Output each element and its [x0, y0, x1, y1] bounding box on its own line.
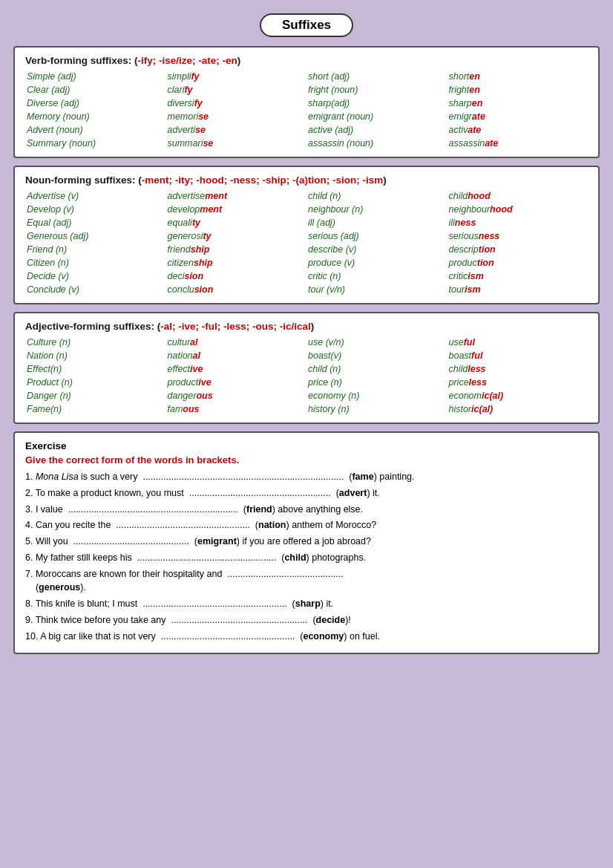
- list-item: Clear (adj): [25, 84, 166, 96]
- list-item: critic (n): [306, 270, 448, 282]
- list-item: advertisement: [166, 190, 307, 202]
- list-item: assassinate: [448, 137, 589, 149]
- exercise-instruction: Give the correct form of the words in br…: [25, 454, 588, 466]
- list-item: Nation (n): [25, 350, 166, 362]
- list-item: produce (v): [306, 257, 448, 269]
- list-item: simplify: [166, 71, 307, 82]
- list-item: boast(v): [306, 350, 448, 362]
- list-item: Danger (n): [25, 390, 166, 402]
- list-item: Culture (n): [25, 336, 166, 348]
- list-item: 8. This knife is blunt; I must .........…: [25, 597, 588, 611]
- list-item: 7. Moroccans are known for their hospita…: [25, 567, 588, 595]
- exercise-section: Exercise Give the correct form of the wo…: [13, 431, 600, 654]
- list-item: Friend (n): [25, 244, 166, 255]
- list-item: frighten: [448, 84, 589, 96]
- list-item: Advert (noun): [25, 124, 166, 136]
- noun-section-title: Noun-forming suffixes: (-ment; -ity; -ho…: [25, 174, 588, 186]
- verb-section-title: Verb-forming suffixes: (-ify; -ise/ize; …: [25, 55, 588, 66]
- list-item: effective: [166, 363, 307, 375]
- adj-word-grid: Culture (n) cultural use (v/n) useful Na…: [25, 336, 588, 415]
- list-item: production: [448, 257, 589, 269]
- list-item: Diverse (adj): [25, 97, 166, 109]
- list-item: citizenship: [166, 257, 307, 269]
- list-item: 4. Can you recite the ..................…: [25, 518, 588, 532]
- list-item: Simple (adj): [25, 71, 166, 82]
- list-item: Citizen (n): [25, 257, 166, 269]
- list-item: use (v/n): [306, 336, 448, 348]
- list-item: memorise: [166, 111, 307, 123]
- list-item: short (adj): [306, 71, 448, 82]
- list-item: description: [448, 244, 589, 255]
- list-item: summarise: [166, 137, 307, 149]
- list-item: tour (v/n): [306, 284, 448, 296]
- list-item: Conclude (v): [25, 284, 166, 296]
- list-item: Advertise (v): [25, 190, 166, 202]
- list-item: Memory (noun): [25, 111, 166, 123]
- list-item: 1. Mona Lisa is such a very ............…: [25, 470, 588, 484]
- list-item: historic(al): [448, 403, 589, 415]
- list-item: conclusion: [166, 284, 307, 296]
- list-item: friendship: [166, 244, 307, 255]
- list-item: useful: [448, 336, 589, 348]
- adj-section-title: Adjective-forming suffixes: (-al; -ive; …: [25, 321, 588, 332]
- list-item: generosity: [166, 230, 307, 242]
- list-item: shorten: [448, 71, 589, 82]
- list-item: tourism: [448, 284, 589, 296]
- list-item: famous: [166, 403, 307, 415]
- list-item: national: [166, 350, 307, 362]
- list-item: development: [166, 203, 307, 215]
- noun-section: Noun-forming suffixes: (-ment; -ity; -ho…: [13, 166, 600, 304]
- list-item: economy (n): [306, 390, 448, 402]
- list-item: childhood: [448, 190, 589, 202]
- list-item: decision: [166, 270, 307, 282]
- list-item: dangerous: [166, 390, 307, 402]
- list-item: child (n): [306, 190, 448, 202]
- list-item: clarify: [166, 84, 307, 96]
- list-item: neighbourhood: [448, 203, 589, 215]
- list-item: 3. I value .............................…: [25, 503, 588, 517]
- list-item: seriousness: [448, 230, 589, 242]
- list-item: priceless: [448, 376, 589, 388]
- list-item: equality: [166, 217, 307, 229]
- list-item: Summary (noun): [25, 137, 166, 149]
- list-item: productive: [166, 376, 307, 388]
- list-item: boastful: [448, 350, 589, 362]
- list-item: ill (adj): [306, 217, 448, 229]
- verb-word-grid: Simple (adj) simplify short (adj) shorte…: [25, 71, 588, 149]
- verb-section: Verb-forming suffixes: (-ify; -ise/ize; …: [13, 46, 600, 158]
- list-item: price (n): [306, 376, 448, 388]
- list-item: child (n): [306, 363, 448, 375]
- list-item: fright (noun): [306, 84, 448, 96]
- list-item: criticism: [448, 270, 589, 282]
- list-item: Product (n): [25, 376, 166, 388]
- adj-section: Adjective-forming suffixes: (-al; -ive; …: [13, 312, 600, 424]
- list-item: Effect(n): [25, 363, 166, 375]
- list-item: Fame(n): [25, 403, 166, 415]
- list-item: 6. My father still keeps his ...........…: [25, 551, 588, 565]
- exercise-title: Exercise: [25, 440, 588, 451]
- main-title: Suffixes: [260, 13, 353, 37]
- list-item: emigrant (noun): [306, 111, 448, 123]
- list-item: economic(al): [448, 390, 589, 402]
- list-item: sharpen: [448, 97, 589, 109]
- list-item: childless: [448, 363, 589, 375]
- list-item: sharp(adj): [306, 97, 448, 109]
- list-item: diversify: [166, 97, 307, 109]
- noun-word-grid: Advertise (v) advertisement child (n) ch…: [25, 190, 588, 296]
- list-item: describe (v): [306, 244, 448, 255]
- list-item: activate: [448, 124, 589, 136]
- list-item: 5. Will you ............................…: [25, 535, 588, 549]
- list-item: assassin (noun): [306, 137, 448, 149]
- list-item: Generous (adj): [25, 230, 166, 242]
- list-item: emigrate: [448, 111, 589, 123]
- list-item: active (adj): [306, 124, 448, 136]
- list-item: advertise: [166, 124, 307, 136]
- list-item: Decide (v): [25, 270, 166, 282]
- list-item: Develop (v): [25, 203, 166, 215]
- list-item: history (n): [306, 403, 448, 415]
- page-title: Suffixes: [13, 13, 600, 37]
- list-item: illness: [448, 217, 589, 229]
- list-item: neighbour (n): [306, 203, 448, 215]
- list-item: 10. A big car like that is not very ....…: [25, 630, 588, 644]
- list-item: serious (adj): [306, 230, 448, 242]
